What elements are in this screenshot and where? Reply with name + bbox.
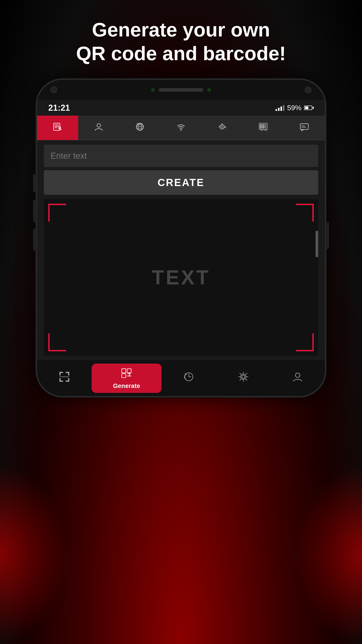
battery-percent: 59%: [287, 104, 302, 112]
corner-bracket-bl: [48, 334, 66, 351]
scroll-indicator: [316, 230, 318, 258]
svg-rect-35: [68, 372, 69, 375]
tab-text[interactable]: [37, 116, 78, 140]
text-input-area: [44, 145, 318, 167]
phone-top: [37, 80, 325, 100]
svg-point-14: [221, 126, 223, 128]
earpiece-speaker: [159, 88, 203, 92]
svg-point-12: [180, 129, 182, 130]
tab-wifi[interactable]: [160, 116, 202, 140]
app-content: CREATE TEXT: [37, 140, 325, 360]
svg-rect-39: [68, 378, 69, 382]
tab-email[interactable]: [202, 116, 243, 140]
svg-point-49: [241, 374, 246, 380]
bottom-nav-generate[interactable]: Generate: [92, 364, 162, 393]
tab-bar: www: [37, 116, 325, 140]
bottom-nav-profile[interactable]: [270, 371, 325, 385]
bottom-nav-settings[interactable]: [216, 371, 271, 385]
corner-bracket-tr: [296, 204, 314, 222]
svg-rect-37: [60, 378, 60, 382]
svg-rect-46: [127, 376, 131, 376]
volume-down-button: [33, 200, 36, 222]
tab-contact[interactable]: [78, 116, 119, 140]
create-button[interactable]: CREATE: [44, 170, 318, 195]
signal-icon: [276, 105, 285, 111]
notch: [151, 88, 211, 92]
settings-icon: [238, 371, 249, 385]
svg-text:987 658: 987 658: [261, 130, 267, 131]
text-tab-icon: [53, 122, 62, 134]
tab-web[interactable]: www: [119, 116, 160, 140]
scan-icon: [59, 371, 70, 385]
preview-placeholder-text: TEXT: [152, 266, 210, 289]
sms-tab-icon: [300, 122, 309, 134]
svg-rect-42: [127, 369, 131, 373]
web-tab-icon: www: [135, 122, 145, 134]
generate-label: Generate: [113, 382, 140, 390]
status-bar: 21:21 59%: [37, 100, 325, 116]
corner-bracket-br: [296, 334, 314, 351]
text-input[interactable]: [44, 147, 318, 165]
tab-sms[interactable]: [284, 116, 325, 140]
front-camera-right: [305, 86, 312, 93]
silent-button: [33, 228, 36, 251]
camera-sensor: [207, 88, 211, 92]
proximity-sensor: [151, 88, 155, 92]
battery-icon: [304, 106, 314, 110]
wifi-tab-icon: [176, 122, 186, 134]
contact-tab-icon: [94, 122, 104, 134]
bottom-nav-scan[interactable]: [37, 371, 92, 385]
front-camera: [50, 86, 57, 93]
phone-frame: 21:21 59%: [36, 78, 326, 397]
headline-line2: QR code and barcode!: [76, 42, 286, 65]
power-button: [326, 222, 329, 249]
svg-rect-29: [300, 124, 308, 130]
bottom-nav-history[interactable]: [162, 371, 216, 385]
svg-rect-41: [122, 369, 126, 373]
svg-point-5: [97, 124, 100, 127]
profile-icon: [292, 371, 303, 385]
qr-preview-area: TEXT: [44, 199, 318, 356]
svg-rect-33: [60, 372, 60, 375]
svg-point-48: [242, 375, 245, 378]
volume-up-button: [33, 174, 36, 192]
svg-point-50: [295, 373, 300, 378]
svg-rect-43: [122, 374, 126, 378]
headline-line1: Generate your own: [76, 18, 286, 42]
barcode-tab-icon: 987 658: [258, 122, 268, 134]
svg-text:www: www: [137, 123, 141, 125]
status-right: 59%: [276, 104, 314, 112]
corner-bracket-tl: [48, 204, 66, 222]
svg-point-13: [220, 124, 224, 129]
history-icon: [183, 371, 194, 385]
email-tab-icon: [217, 122, 227, 134]
generate-icon: [121, 367, 132, 380]
headline: Generate your own QR code and barcode!: [76, 18, 286, 65]
phone-mockup: 21:21 59%: [36, 78, 326, 397]
status-time: 21:21: [48, 103, 70, 113]
tab-barcode[interactable]: 987 658: [243, 116, 284, 140]
bottom-navigation: Generate: [37, 360, 325, 396]
